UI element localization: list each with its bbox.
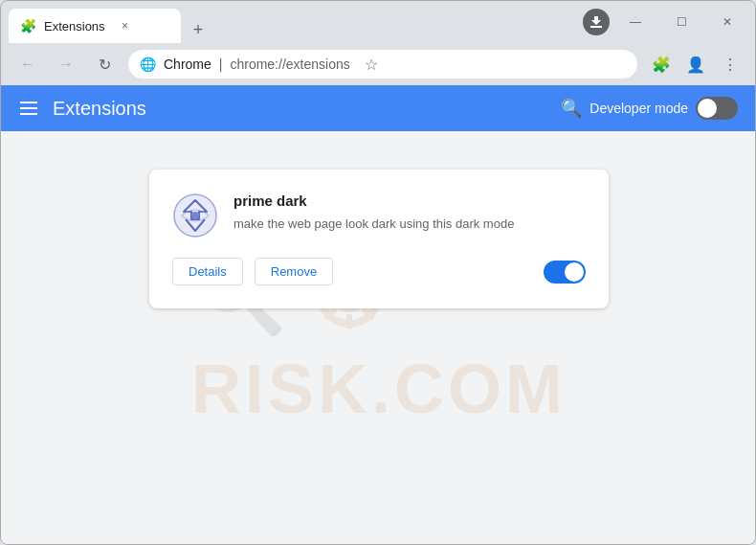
browser-window: 🧩 Extensions × + — ☐ ✕ ← → ↻ 🌐 Chrome | …: [1, 1, 756, 545]
search-icon[interactable]: 🔍: [561, 98, 582, 119]
title-bar: 🧩 Extensions × + — ☐ ✕: [1, 1, 756, 43]
ext-description: make the web page look dark using this d…: [233, 215, 586, 234]
site-name: Chrome: [164, 57, 211, 72]
separator: |: [219, 57, 223, 72]
omnibox[interactable]: 🌐 Chrome | chrome://extensions ☆: [127, 49, 638, 79]
minimize-button[interactable]: —: [613, 8, 657, 36]
forward-button[interactable]: →: [51, 49, 81, 79]
tab-area: 🧩 Extensions × +: [9, 1, 579, 43]
extension-toggle-knob: [565, 262, 584, 282]
hamburger-line-1: [20, 102, 37, 103]
dev-mode-label: Developer mode: [589, 101, 688, 116]
new-tab-button[interactable]: +: [185, 16, 211, 43]
url-text: chrome://extensions: [230, 57, 349, 72]
hamburger-menu[interactable]: [20, 102, 37, 115]
close-button[interactable]: ✕: [705, 8, 749, 36]
address-bar: ← → ↻ 🌐 Chrome | chrome://extensions ☆ 🧩…: [1, 43, 756, 85]
watermark-text: RISK.COM: [191, 350, 567, 428]
reload-button[interactable]: ↻: [89, 49, 120, 79]
page-title: Extensions: [53, 98, 545, 120]
ext-card-header: prime dark make the web page look dark u…: [172, 193, 586, 238]
extension-toggle[interactable]: [544, 261, 586, 284]
svg-point-4: [191, 212, 199, 219]
details-button[interactable]: Details: [172, 258, 243, 285]
ext-card-footer: Details Remove: [172, 258, 586, 285]
tab-close-button[interactable]: ×: [117, 17, 134, 34]
ext-info: prime dark make the web page look dark u…: [233, 193, 586, 234]
extensions-tab[interactable]: 🧩 Extensions ×: [9, 9, 181, 43]
dev-mode-area: 🔍 Developer mode: [561, 97, 738, 120]
extensions-toolbar-icon[interactable]: 🧩: [646, 49, 677, 79]
back-button[interactable]: ←: [12, 49, 43, 79]
profile-icon[interactable]: 👤: [680, 49, 711, 79]
remove-button[interactable]: Remove: [255, 258, 333, 285]
ext-name: prime dark: [233, 193, 586, 209]
extension-card: prime dark make the web page look dark u…: [149, 170, 609, 308]
menu-icon[interactable]: ⋮: [715, 49, 745, 79]
hamburger-line-3: [20, 113, 37, 115]
svg-rect-0: [590, 26, 602, 28]
dev-mode-toggle[interactable]: [696, 97, 738, 120]
toolbar-icons: 🧩 👤 ⋮: [646, 49, 745, 79]
tab-extension-icon: 🧩: [20, 18, 36, 34]
site-lock-icon: 🌐: [140, 57, 156, 72]
bookmark-icon[interactable]: ☆: [358, 51, 385, 78]
tab-title: Extensions: [44, 19, 105, 34]
window-controls: — ☐ ✕: [613, 8, 749, 36]
ext-icon: [172, 193, 218, 238]
dev-mode-toggle-knob: [698, 99, 717, 118]
maximize-button[interactable]: ☐: [659, 8, 703, 36]
extensions-header: Extensions 🔍 Developer mode: [1, 85, 756, 131]
main-content: 🔍 RISK.COM: [1, 131, 756, 545]
hamburger-line-2: [20, 107, 37, 109]
download-indicator[interactable]: [583, 9, 610, 35]
extension-icon-svg: [172, 193, 218, 238]
